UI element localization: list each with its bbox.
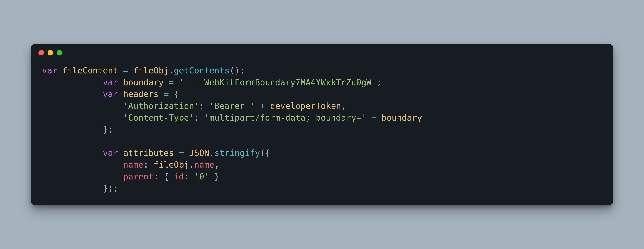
traffic-light-zoom-icon[interactable]: [57, 50, 62, 56]
punct-dot: .: [189, 160, 194, 170]
code-line-5: 'Content-Type': 'multipart/form-data; bo…: [42, 113, 422, 122]
string-literal: '----WebKitFormBoundary7MA4YWxkTrZu0gW': [179, 78, 376, 87]
code-block: var fileContent = fileObj.getContents();…: [31, 57, 613, 205]
punct-brace-close: };: [103, 124, 113, 134]
identifier: boundary: [123, 78, 164, 87]
code-line-11: });: [42, 183, 118, 193]
punct-brace-open: {: [174, 89, 179, 99]
traffic-light-close-icon[interactable]: [38, 50, 44, 56]
punct-colon: :: [154, 172, 158, 182]
punct-colon: :: [194, 113, 199, 122]
code-line-2: var boundary = '----WebKitFormBoundary7M…: [42, 78, 382, 87]
operator-assign: =: [169, 78, 174, 87]
punct-close: });: [103, 183, 118, 193]
keyword-var: var: [103, 78, 118, 87]
punct-brace-close: }: [214, 172, 220, 182]
punct-colon: :: [199, 101, 204, 111]
string-literal: 'Bearer ': [209, 101, 255, 111]
object-key: 'Authorization': [123, 101, 199, 111]
string-literal: 'multipart/form-data; boundary=': [204, 113, 366, 122]
keyword-var: var: [42, 66, 57, 76]
code-line-9: name: fileObj.name,: [42, 160, 219, 170]
punct-comma: ,: [341, 101, 346, 111]
property: name: [194, 160, 214, 170]
keyword-var: var: [103, 89, 118, 99]
punct-paren-open: ({: [260, 148, 270, 158]
code-line-4: 'Authorization': 'Bearer ' + developerTo…: [42, 101, 346, 111]
identifier: headers: [123, 89, 158, 99]
identifier: attributes: [123, 148, 174, 158]
identifier: fileObj: [133, 66, 169, 76]
punct-semi: ;: [376, 78, 382, 87]
identifier: fileContent: [62, 66, 118, 76]
code-line-3: var headers = {: [42, 89, 179, 99]
operator-assign: =: [123, 66, 128, 76]
traffic-light-minimize-icon[interactable]: [48, 50, 53, 56]
identifier: boundary: [382, 113, 422, 122]
identifier: developerToken: [270, 101, 341, 111]
code-line-7-blank: [42, 136, 47, 146]
operator-plus: +: [260, 101, 265, 111]
method-name: stringify: [214, 148, 260, 158]
operator-assign: =: [179, 148, 184, 158]
object-key: parent: [123, 172, 154, 182]
window-titlebar: [31, 44, 613, 57]
identifier: fileObj: [154, 160, 189, 170]
punct-colon: :: [184, 172, 189, 182]
code-line-1: var fileContent = fileObj.getContents();: [42, 66, 245, 76]
object-key: id: [174, 172, 184, 182]
code-line-10: parent: { id: '0' }: [42, 172, 219, 182]
object-key: 'Content-Type': [123, 113, 194, 122]
string-literal: '0': [194, 172, 209, 182]
operator-plus: +: [372, 113, 376, 122]
code-line-8: var attributes = JSON.stringify({: [42, 148, 270, 158]
punct-colon: :: [144, 160, 148, 170]
keyword-var: var: [103, 148, 118, 158]
punct-comma: ,: [214, 160, 220, 170]
punct-dot: .: [169, 66, 174, 76]
method-name: getContents: [174, 66, 230, 76]
code-window: var fileContent = fileObj.getContents();…: [31, 44, 613, 205]
punct-dot: .: [209, 148, 214, 158]
identifier: JSON: [189, 148, 209, 158]
operator-assign: =: [164, 89, 169, 99]
object-key: name: [123, 160, 144, 170]
punct-call: ();: [230, 66, 245, 76]
punct-brace-open: {: [164, 172, 169, 182]
code-line-6: };: [42, 124, 113, 134]
